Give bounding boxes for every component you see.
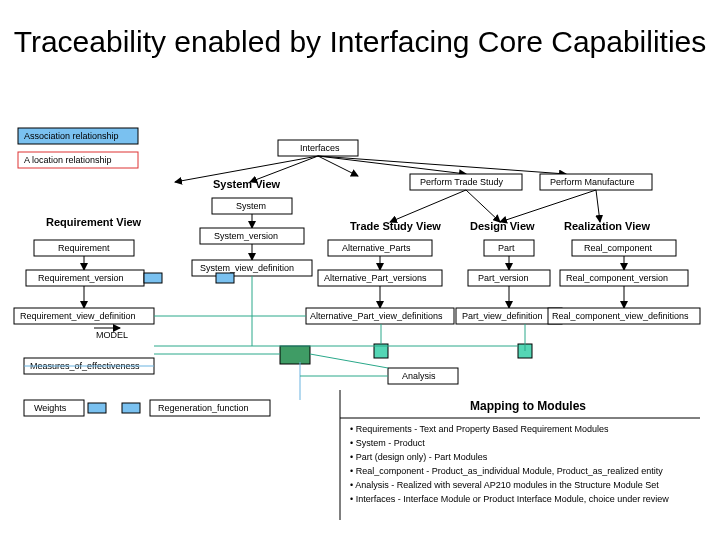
- mapping-title: Mapping to Modules: [470, 399, 586, 413]
- node-system-view-def: System_view_definition: [192, 260, 312, 276]
- svg-text:Alternative_Part_versions: Alternative_Part_versions: [324, 273, 427, 283]
- svg-text:Requirement_version: Requirement_version: [38, 273, 124, 283]
- node-alt-part-view-defs: Alternative_Part_view_definitions: [306, 308, 454, 324]
- svg-text:Regeneration_function: Regeneration_function: [158, 403, 249, 413]
- svg-text:Analysis: Analysis: [402, 371, 436, 381]
- node-requirement-version: Requirement_version: [26, 270, 144, 286]
- svg-text:Part: Part: [498, 243, 515, 253]
- hdr-design-view: Design View: [470, 220, 535, 232]
- svg-text:Part_view_definition: Part_view_definition: [462, 311, 543, 321]
- node-interfaces: Interfaces: [278, 140, 358, 156]
- svg-text:Association relationship: Association relationship: [24, 131, 119, 141]
- page-title: Traceability enabled by Interfacing Core…: [0, 24, 720, 60]
- svg-text:System_view_definition: System_view_definition: [200, 263, 294, 273]
- svg-text:Requirement_view_definition: Requirement_view_definition: [20, 311, 136, 321]
- svg-text:Weights: Weights: [34, 403, 67, 413]
- mapping-line: • Real_component - Product_as_individual…: [350, 466, 663, 476]
- svg-text:Part_version: Part_version: [478, 273, 529, 283]
- node-alt-parts: Alternative_Parts: [328, 240, 432, 256]
- svg-text:Requirement: Requirement: [58, 243, 110, 253]
- svg-line-17: [390, 190, 466, 222]
- svg-text:A location relationship: A location relationship: [24, 155, 112, 165]
- assoc-box-icon: [88, 403, 106, 413]
- svg-text:Real_component: Real_component: [584, 243, 653, 253]
- hdr-system-view: System View: [213, 178, 281, 190]
- action-manufacture: Perform Manufacture: [540, 174, 652, 190]
- action-trade-study: Perform Trade Study: [410, 174, 522, 190]
- diagram-canvas: Association relationship A location rela…: [0, 110, 720, 540]
- svg-text:Real_component_view_definition: Real_component_view_definitions: [552, 311, 689, 321]
- svg-text:Perform Manufacture: Perform Manufacture: [550, 177, 635, 187]
- hdr-req-view: Requirement View: [46, 216, 142, 228]
- node-alt-part-versions: Alternative_Part_versions: [318, 270, 442, 286]
- node-system: System: [212, 198, 292, 214]
- node-system-version: System_version: [200, 228, 304, 244]
- svg-line-19: [500, 190, 596, 222]
- svg-text:Alternative_Parts: Alternative_Parts: [342, 243, 411, 253]
- node-requirement-view-def: Requirement_view_definition: [14, 308, 154, 324]
- node-analysis: Analysis: [388, 368, 458, 384]
- hdr-real-view: Realization View: [564, 220, 650, 232]
- connector-block-icon: [280, 346, 310, 364]
- svg-text:Perform Trade Study: Perform Trade Study: [420, 177, 504, 187]
- assoc-box-icon: [122, 403, 140, 413]
- svg-text:Real_component_version: Real_component_version: [566, 273, 668, 283]
- svg-text:System_version: System_version: [214, 231, 278, 241]
- mapping-line: • Analysis - Realized with several AP210…: [350, 480, 659, 490]
- node-requirement: Requirement: [34, 240, 134, 256]
- assoc-box-icon: [216, 273, 234, 283]
- node-weights: Weights: [24, 400, 84, 416]
- legend-arrow: MODEL: [94, 328, 128, 340]
- node-real-component-version: Real_component_version: [560, 270, 688, 286]
- node-real-component: Real_component: [572, 240, 676, 256]
- node-part: Part: [484, 240, 534, 256]
- svg-text:Alternative_Part_view_definiti: Alternative_Part_view_definitions: [310, 311, 443, 321]
- svg-line-10: [318, 156, 358, 176]
- node-part-view-def: Part_view_definition: [456, 308, 562, 324]
- hdr-trade-view: Trade Study View: [350, 220, 441, 232]
- svg-line-20: [596, 190, 600, 222]
- svg-line-18: [466, 190, 500, 222]
- svg-text:System: System: [236, 201, 266, 211]
- svg-text:MODEL: MODEL: [96, 330, 128, 340]
- mapping-line: • Interfaces - Interface Module or Produ…: [350, 494, 669, 504]
- mapping-line: • Part (design only) - Part Modules: [350, 452, 488, 462]
- legend-locate: A location relationship: [18, 152, 138, 168]
- svg-text:Interfaces: Interfaces: [300, 143, 340, 153]
- node-regen: Regeneration_function: [150, 400, 270, 416]
- mapping-line: • System - Product: [350, 438, 425, 448]
- legend-assoc: Association relationship: [18, 128, 138, 144]
- node-part-version: Part_version: [468, 270, 550, 286]
- assoc-box-icon: [144, 273, 162, 283]
- node-real-component-view-defs: Real_component_view_definitions: [548, 308, 700, 324]
- mapping-line: • Requirements - Text and Property Based…: [350, 424, 609, 434]
